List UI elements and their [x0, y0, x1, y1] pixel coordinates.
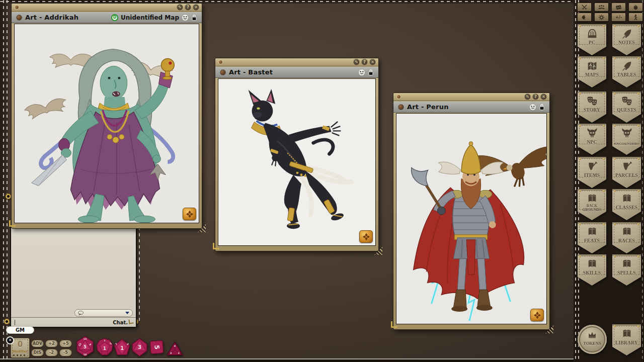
window-titlebar[interactable]: Art - Bastet — [215, 67, 378, 78]
sidebar-item-tokens[interactable]: TOKENS — [578, 325, 607, 354]
demon-skull-icon — [620, 127, 633, 140]
sidebar-item-npc[interactable]: NPC — [578, 124, 606, 155]
dis-button[interactable]: DIS — [31, 349, 44, 356]
clear-modifier-button[interactable]: ✕ — [6, 336, 14, 344]
chat-window: Chat. — [10, 221, 137, 328]
svg-text:3: 3 — [178, 352, 180, 354]
sidebar-item-classes[interactable]: CLASSES — [612, 189, 641, 220]
person-icon[interactable] — [628, 13, 643, 22]
window-titlebar[interactable]: Art - Perun — [393, 102, 549, 113]
chat-mode-dropdown[interactable] — [74, 309, 133, 317]
modifier-dots — [13, 354, 27, 356]
sidebar-item-quests[interactable]: QUESTS — [612, 92, 641, 123]
frame-knob — [15, 5, 19, 10]
day-night-icon[interactable] — [577, 13, 592, 22]
party-info-icon[interactable] — [594, 3, 609, 12]
help-button[interactable]: ? — [532, 94, 539, 100]
map-icon — [586, 60, 599, 72]
close-button[interactable]: ✕ — [193, 4, 199, 11]
sidebar-item-story[interactable]: STORY — [578, 92, 606, 123]
window-top-bar[interactable]: ✎ ? ✕ — [12, 4, 202, 12]
enter-arrow-icon — [128, 319, 133, 324]
chat-log[interactable] — [11, 222, 136, 308]
sidebar-item-races[interactable]: RACES — [612, 222, 641, 253]
gm-identity-label: GM — [6, 326, 34, 334]
left-stitching-outer — [3, 0, 4, 359]
sidebar-item-feats[interactable]: FEATS — [578, 222, 606, 253]
d12-die[interactable]: 1 2 10 — [96, 337, 113, 356]
tome-icon — [586, 258, 599, 270]
lock-icon[interactable] — [191, 14, 197, 21]
close-button[interactable]: ✕ — [540, 94, 547, 100]
d20-die[interactable]: 5 15 12 8 18 — [75, 335, 95, 357]
sidebar-item-notes[interactable]: NOTES — [612, 24, 641, 55]
crown-icon — [586, 329, 598, 340]
sidebar-item-backgrounds[interactable]: BACK GROUNDS — [578, 189, 606, 220]
lock-icon[interactable] — [539, 104, 545, 111]
tome-icon — [586, 226, 599, 238]
gear-icon[interactable] — [594, 13, 609, 22]
edit-button[interactable]: ✎ — [177, 4, 183, 11]
window-top-bar[interactable]: ✎ ? ✕ — [393, 93, 549, 101]
sidebar-item-encounters[interactable]: ENCOUNTERS — [612, 124, 641, 155]
plus5-button[interactable]: +5 — [59, 340, 72, 347]
chat-pocket-stitch-right — [139, 227, 140, 324]
bottom-edge-seam — [0, 359, 644, 362]
shield-sword-icon — [586, 160, 599, 173]
svg-text:2: 2 — [170, 352, 172, 354]
sidebar-item-items[interactable]: ITEMS — [578, 157, 606, 188]
top-stitching — [0, 1, 574, 2]
svg-text:2: 2 — [104, 339, 106, 342]
plus2-button[interactable]: +2 — [45, 340, 58, 347]
sidebar-item-maps[interactable]: MAPS — [578, 56, 606, 87]
lock-icon[interactable] — [368, 69, 374, 76]
radial-menu-button[interactable] — [530, 309, 544, 321]
svg-text:5: 5 — [153, 345, 161, 350]
help-button[interactable]: ? — [361, 59, 368, 65]
sidebar-item-skills[interactable]: SKILLS — [578, 254, 606, 286]
sidebar-item-spells[interactable]: SPELLS — [612, 254, 641, 286]
d10-die[interactable]: 1 7 3 — [114, 338, 130, 356]
crossed-swords-icon[interactable] — [577, 3, 592, 12]
corner-bracket — [9, 220, 16, 227]
grommet-bottom-left — [4, 318, 10, 325]
window-top-bar[interactable]: ✎ ? ✕ — [215, 58, 378, 66]
titlebar-knob — [16, 15, 22, 21]
minus5-button[interactable]: -5 — [59, 349, 72, 356]
sidebar-item-parcels[interactable]: PARCELS — [612, 157, 641, 188]
radial-menu-button[interactable] — [359, 230, 373, 243]
tome-icon — [620, 226, 633, 238]
tome-icon — [620, 328, 633, 340]
masks-icon — [620, 95, 633, 108]
adv-button[interactable]: ADV — [31, 340, 44, 347]
svg-text:15: 15 — [84, 338, 87, 340]
chat-input[interactable]: Chat. — [11, 317, 136, 327]
token-pouch-icon[interactable] — [628, 3, 643, 12]
id-indicator-badge[interactable]: D — [111, 14, 118, 21]
d8-die[interactable]: 3 — [131, 338, 148, 357]
close-button[interactable]: ✕ — [369, 59, 376, 65]
share-face-icon[interactable] — [358, 69, 365, 76]
d4-die[interactable]: 4 2 3 — [166, 341, 184, 356]
frame-knob — [396, 95, 401, 99]
sidebar-item-tables[interactable]: TABLES — [612, 56, 641, 87]
d6-die[interactable]: 5 — [149, 340, 164, 354]
share-face-icon[interactable] — [182, 14, 189, 21]
frame-knob — [218, 60, 223, 64]
radial-menu-button[interactable] — [183, 208, 196, 220]
minus2-button[interactable]: -2 — [45, 349, 58, 356]
image-icon[interactable] — [611, 3, 626, 12]
window-art-perun: ✎ ? ✕ Art - Perun — [393, 93, 550, 330]
edit-button[interactable]: ✎ — [353, 59, 360, 65]
chat-entry-label: Chat. — [113, 320, 128, 325]
help-button[interactable]: ? — [185, 4, 191, 11]
share-face-icon[interactable] — [529, 104, 536, 111]
corner-bracket — [391, 321, 397, 328]
edit-button[interactable]: ✎ — [524, 94, 531, 100]
window-titlebar[interactable]: Art - Addrikah D Unidentified Map — [12, 12, 202, 23]
plus-minus-icon[interactable] — [611, 13, 626, 22]
shield-sword-icon — [620, 160, 633, 173]
sidebar-item-pc[interactable]: PC — [578, 24, 606, 55]
window-art-bastet: ✎ ? ✕ Art - Bastet — [215, 58, 379, 251]
sidebar-item-library[interactable]: LIBRARY — [612, 324, 641, 355]
